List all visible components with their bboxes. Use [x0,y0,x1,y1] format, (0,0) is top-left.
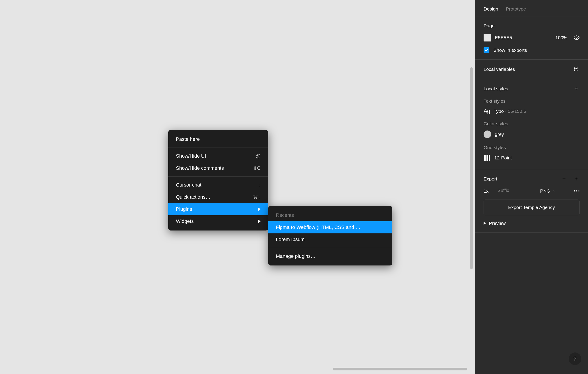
menu-label: Plugins [176,206,192,212]
text-style-meta: 56/150.6 [508,108,526,114]
text-styles-title: Text styles [483,98,579,104]
eye-icon[interactable] [574,35,579,41]
plugins-submenu: Recents Figma to Webflow (HTML, CSS and … [268,206,392,266]
local-variables-section: Local variables [475,60,588,79]
preview-toggle[interactable]: Preview [483,221,579,226]
menu-show-hide-comments[interactable]: Show/Hide comments ⇧C [168,162,268,174]
plus-icon[interactable] [573,85,579,92]
color-swatch-icon [483,130,491,138]
export-scale[interactable]: 1x [483,188,489,194]
plus-icon[interactable] [573,176,579,182]
menu-label: Paste here [176,136,200,142]
color-style-name: grey [495,132,504,137]
help-button[interactable]: ? [569,353,581,365]
export-button[interactable]: Export Temple Agency [483,200,579,215]
panel-tabs: Design Prototype [475,0,588,17]
menu-label: Show/Hide comments [176,165,224,171]
context-menu: Paste here Show/Hide UI @ Show/Hide comm… [168,130,268,231]
submenu-manage-plugins[interactable]: Manage plugins… [268,250,392,262]
menu-label: Cursor chat [176,182,201,188]
menu-label: Widgets [176,218,194,224]
page-color-swatch[interactable] [483,34,491,42]
page-color-value[interactable]: E5E5E5 [495,35,552,40]
sliders-icon[interactable] [573,66,579,73]
show-in-exports-label: Show in exports [494,48,527,53]
local-styles-section: Local styles Text styles Ag Typo · 56/15… [475,79,588,169]
local-styles-title: Local styles [483,86,508,91]
submenu-recents-header: Recents [268,209,392,221]
text-style-row[interactable]: Ag Typo · 56/150.6 [483,108,579,114]
separator: · [505,108,506,114]
chevron-right-icon [483,222,486,225]
grid-icon [483,154,491,161]
menu-shortcut: : [259,182,261,188]
chevron-right-icon [258,220,261,223]
local-variables-title: Local variables [483,67,515,72]
page-opacity-value[interactable]: 100% [555,35,567,40]
help-icon: ? [573,355,577,362]
grid-style-name: 12-Point [494,155,512,160]
menu-label: Quick actions… [176,194,210,200]
page-title: Page [483,23,579,29]
export-suffix-input[interactable] [497,188,531,194]
preview-label: Preview [489,221,506,226]
menu-quick-actions[interactable]: Quick actions… ⌘ : [168,191,268,203]
menu-label: Lorem Ipsum [276,236,304,242]
menu-label: Manage plugins… [276,253,315,259]
minus-icon[interactable] [561,176,567,182]
menu-label: Recents [276,212,294,218]
text-style-name: Typo [494,108,504,114]
chevron-down-icon [553,190,556,192]
show-in-exports-checkbox[interactable] [483,47,489,53]
tab-prototype[interactable]: Prototype [506,6,526,12]
export-title: Export [483,176,497,182]
menu-label: Figma to Webflow (HTML, CSS and … [276,224,360,230]
scrollbar-vertical[interactable] [470,67,473,269]
menu-paste-here[interactable]: Paste here [168,133,268,145]
menu-cursor-chat[interactable]: Cursor chat : [168,179,268,191]
svg-point-0 [576,37,578,39]
properties-panel: Design Prototype Page E5E5E5 100% Show i… [475,0,588,374]
menu-divider [268,248,392,248]
page-section: Page E5E5E5 100% Show in exports [475,17,588,60]
menu-label: Show/Hide UI [176,153,206,159]
text-style-icon: Ag [483,108,490,114]
menu-show-hide-ui[interactable]: Show/Hide UI @ [168,150,268,162]
more-icon[interactable] [574,190,579,192]
submenu-figma-to-webflow[interactable]: Figma to Webflow (HTML, CSS and … [268,221,392,233]
submenu-lorem-ipsum[interactable]: Lorem Ipsum [268,233,392,246]
menu-divider [168,148,268,148]
menu-divider [168,176,268,177]
menu-plugins[interactable]: Plugins [168,203,268,215]
menu-widgets[interactable]: Widgets [168,215,268,227]
export-section: Export 1x PNG Export Temple Agency Previ [475,169,588,233]
color-styles-title: Color styles [483,121,579,127]
menu-shortcut: ⌘ : [253,194,261,200]
tab-design[interactable]: Design [483,6,498,12]
menu-shortcut: @ [256,153,261,159]
chevron-right-icon [258,208,261,211]
menu-shortcut: ⇧C [253,165,261,171]
export-format-select[interactable]: PNG [540,188,556,194]
color-style-row[interactable]: grey [483,130,579,138]
scrollbar-horizontal[interactable] [333,368,467,370]
grid-styles-title: Grid styles [483,145,579,150]
grid-style-row[interactable]: 12-Point [483,154,579,161]
export-format-value: PNG [540,188,550,194]
